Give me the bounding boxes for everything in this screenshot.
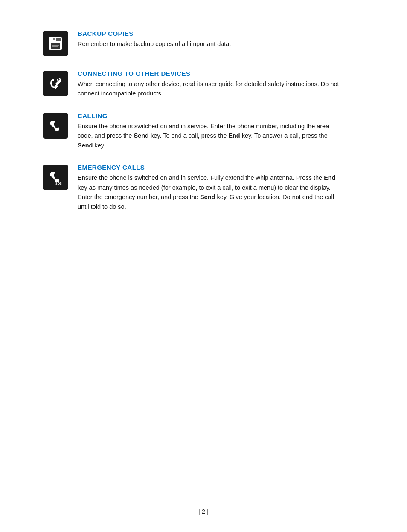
phone-icon (48, 118, 63, 133)
svg-rect-3 (56, 38, 61, 41)
svg-text:SOS: SOS (55, 182, 62, 185)
section-emergency-calls: SOS EMERGENCY CALLS Ensure the phone is … (43, 164, 341, 211)
connecting-body: When connecting to any other device, rea… (78, 79, 341, 98)
emergency-calls-text: EMERGENCY CALLS Ensure the phone is swit… (78, 164, 341, 211)
backup-copies-text: BACKUP COPIES Remember to make backup co… (78, 30, 341, 49)
connecting-title: CONNECTING TO OTHER DEVICES (78, 70, 341, 77)
calling-body: Ensure the phone is switched on and in s… (78, 121, 341, 150)
svg-rect-2 (51, 43, 60, 49)
section-backup-copies: BACKUP COPIES Remember to make backup co… (43, 30, 341, 56)
connect-icon (48, 76, 63, 91)
section-calling: CALLING Ensure the phone is switched on … (43, 112, 341, 150)
floppy-disk-icon (48, 36, 63, 51)
connecting-icon-box (43, 71, 68, 96)
page-content: BACKUP COPIES Remember to make backup co… (0, 0, 384, 255)
backup-copies-icon-box (43, 31, 68, 56)
calling-icon-box (43, 113, 68, 139)
calling-text: CALLING Ensure the phone is switched on … (78, 112, 341, 150)
sos-phone-icon: SOS (48, 170, 63, 185)
backup-copies-body: Remember to make backup copies of all im… (78, 39, 341, 49)
svg-rect-5 (52, 46, 58, 47)
connecting-text: CONNECTING TO OTHER DEVICES When connect… (78, 70, 341, 98)
page-footer: [ 2 ] (0, 508, 407, 515)
section-connecting: CONNECTING TO OTHER DEVICES When connect… (43, 70, 341, 98)
svg-rect-4 (52, 45, 59, 46)
emergency-calls-body: Ensure the phone is switched on and in s… (78, 173, 341, 211)
emergency-calls-title: EMERGENCY CALLS (78, 164, 341, 171)
backup-copies-title: BACKUP COPIES (78, 30, 341, 37)
emergency-calls-icon-box: SOS (43, 165, 68, 190)
calling-title: CALLING (78, 112, 341, 119)
svg-rect-6 (53, 38, 55, 40)
